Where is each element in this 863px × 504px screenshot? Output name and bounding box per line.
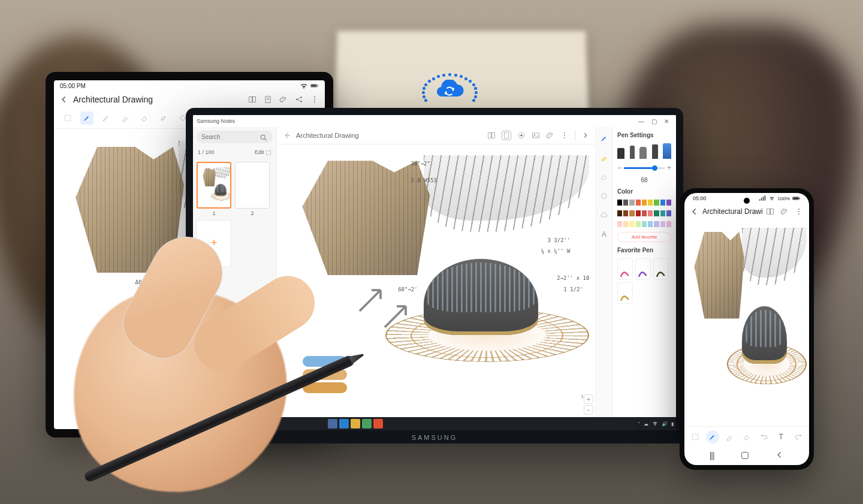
color-swatch[interactable] <box>617 200 622 206</box>
color-swatch[interactable] <box>666 200 671 206</box>
color-swatch[interactable] <box>629 200 634 206</box>
favorite-pen-list[interactable] <box>617 258 671 304</box>
color-swatch[interactable] <box>623 200 628 206</box>
pen-icon[interactable] <box>599 133 609 144</box>
page-template-icon[interactable] <box>502 131 511 140</box>
color-swatch[interactable] <box>636 210 641 216</box>
pen-tool-icon[interactable] <box>80 111 93 125</box>
color-swatch[interactable] <box>642 221 647 227</box>
search-icon[interactable] <box>259 134 268 142</box>
color-swatch[interactable] <box>629 221 634 227</box>
color-swatch[interactable] <box>648 200 653 206</box>
windows-start-icon[interactable] <box>195 418 206 429</box>
expand-icon[interactable] <box>581 131 590 140</box>
reading-mode-icon[interactable] <box>487 131 496 140</box>
taskbar-search[interactable]: Type here to search <box>209 420 269 428</box>
color-grid[interactable] <box>617 200 671 206</box>
back-icon[interactable] <box>60 95 68 104</box>
eraser-icon[interactable] <box>599 171 609 182</box>
recents-button[interactable]: ||| <box>710 451 714 460</box>
phone-canvas[interactable] <box>684 219 809 426</box>
favorite-pen[interactable] <box>617 258 633 280</box>
page-thumbnail[interactable] <box>197 162 231 209</box>
back-icon[interactable] <box>283 131 291 140</box>
more-icon[interactable] <box>795 207 803 216</box>
color-swatch[interactable] <box>636 221 641 227</box>
back-button[interactable] <box>776 451 784 460</box>
color-swatch[interactable] <box>648 210 653 216</box>
close-button[interactable]: ✕ <box>664 118 669 125</box>
color-swatch[interactable] <box>623 210 628 216</box>
home-button[interactable] <box>740 451 750 460</box>
taskbar-pinned-app[interactable] <box>339 419 349 428</box>
favorite-pen[interactable] <box>653 258 669 280</box>
color-swatch[interactable] <box>642 210 647 216</box>
shape-icon[interactable] <box>599 191 609 201</box>
minimize-button[interactable]: — <box>638 118 644 125</box>
system-tray[interactable]: ˄ ☁ 🔊 ▮ <box>638 421 674 427</box>
color-swatch[interactable] <box>629 210 634 216</box>
attachment-icon[interactable] <box>780 207 789 216</box>
pen-size-slider[interactable]: − + <box>617 164 671 172</box>
cloud-sync-icon <box>422 71 477 110</box>
select-tool-icon[interactable] <box>689 430 702 443</box>
color-swatch[interactable] <box>648 221 653 227</box>
share-icon[interactable] <box>295 95 303 104</box>
maximize-button[interactable]: ▢ <box>651 118 657 125</box>
undo-tool-icon[interactable] <box>758 430 771 443</box>
color-swatch[interactable] <box>666 210 671 216</box>
favorite-pen[interactable] <box>635 258 651 280</box>
eraser-tool-icon[interactable] <box>740 430 753 443</box>
page-template-icon[interactable] <box>264 95 272 104</box>
color-swatch[interactable] <box>660 210 665 216</box>
color-swatch[interactable] <box>654 200 659 206</box>
select-tool-icon[interactable] <box>61 111 74 125</box>
color-grid[interactable] <box>617 210 671 216</box>
zoom-in-button[interactable]: + <box>584 394 593 404</box>
color-swatch[interactable] <box>666 221 671 227</box>
attachment-icon[interactable] <box>546 131 554 140</box>
shape-tool-icon[interactable] <box>157 111 170 125</box>
add-favorite-button[interactable]: Add favorite <box>617 232 671 242</box>
attachment-icon[interactable] <box>279 95 288 104</box>
favorite-pen[interactable] <box>617 282 633 304</box>
eraser-tool-icon[interactable] <box>138 111 151 125</box>
color-swatch[interactable] <box>654 210 659 216</box>
taskbar-pinned-app[interactable] <box>373 419 383 428</box>
pen2-tool-icon[interactable] <box>99 111 113 125</box>
image-icon[interactable] <box>532 131 540 140</box>
color-grid[interactable] <box>617 221 671 227</box>
text-tool-icon[interactable]: T <box>774 430 787 443</box>
color-swatch[interactable] <box>642 200 647 206</box>
cloud-shape-icon[interactable] <box>599 210 609 221</box>
more-icon[interactable] <box>560 131 569 140</box>
reading-mode-icon[interactable] <box>248 95 257 104</box>
reading-mode-icon[interactable] <box>766 207 774 216</box>
pen-tip-selector[interactable] <box>617 143 671 159</box>
color-swatch[interactable] <box>617 221 622 227</box>
redo-tool-icon[interactable] <box>792 430 805 443</box>
page-thumbnail[interactable] <box>235 162 270 209</box>
color-swatch[interactable] <box>617 210 622 216</box>
color-swatch[interactable] <box>623 221 628 227</box>
record-icon[interactable] <box>517 131 526 140</box>
back-icon[interactable] <box>690 207 699 216</box>
color-swatch[interactable] <box>660 221 665 227</box>
pen-tool-icon[interactable] <box>706 430 719 443</box>
highlighter-icon[interactable] <box>599 152 609 163</box>
taskbar-pinned-app[interactable] <box>328 419 337 428</box>
highlighter-tool-icon[interactable] <box>723 430 736 443</box>
add-page-button[interactable]: + <box>197 220 231 267</box>
canvas[interactable]: 30"→2" 2.0 W553 3 3/2'' ¼ x ¼'' W 68"→2'… <box>277 144 596 417</box>
highlighter-tool-icon[interactable] <box>119 111 132 125</box>
edit-pages-button[interactable]: Edit <box>255 149 271 156</box>
color-swatch[interactable] <box>660 200 665 206</box>
text-t-icon[interactable]: A <box>599 229 609 240</box>
taskbar-pinned-app[interactable] <box>362 419 372 428</box>
zoom-out-button[interactable]: − <box>584 405 593 415</box>
color-swatch[interactable] <box>636 200 641 206</box>
taskbar-pinned-app[interactable] <box>351 419 360 428</box>
color-swatch[interactable] <box>654 221 659 227</box>
thumbnail-label: 1 <box>197 210 231 216</box>
more-icon[interactable] <box>310 95 319 104</box>
